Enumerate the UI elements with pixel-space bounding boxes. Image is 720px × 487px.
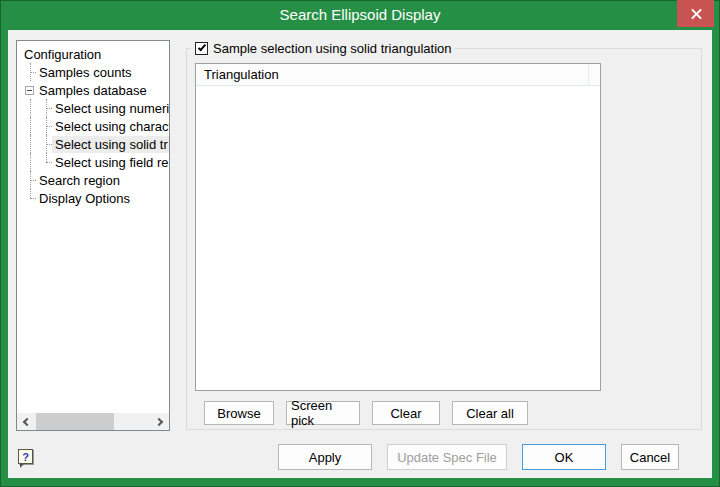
cancel-button[interactable]: Cancel	[621, 444, 679, 470]
tree-item-label: Search region	[36, 172, 123, 189]
browse-button[interactable]: Browse	[204, 401, 274, 425]
checkbox-checked-icon[interactable]	[195, 42, 208, 55]
triangulation-groupbox: Sample selection using solid triangulati…	[186, 48, 702, 430]
tree-item-samples-counts[interactable]: Samples counts	[17, 63, 169, 81]
tree-item-select-using-numeric[interactable]: Select using numeri	[17, 99, 169, 117]
clear-all-button[interactable]: Clear all	[452, 401, 528, 425]
tree-item-label: Configuration	[21, 46, 104, 63]
sample-selection-checkbox-row[interactable]: Sample selection using solid triangulati…	[191, 39, 455, 57]
tree-item-label-selected: Select using solid tr	[52, 136, 169, 153]
title-bar: Search Ellipsoid Display	[0, 0, 720, 30]
scroll-left-button[interactable]	[17, 413, 34, 430]
triangulation-column-header[interactable]: Triangulation	[196, 64, 600, 86]
tree-connector	[25, 63, 36, 81]
help-question-glyph: ?	[22, 451, 29, 463]
screen-pick-button[interactable]: Screen pick	[286, 401, 360, 425]
tree-item-label: Display Options	[36, 190, 133, 207]
tree-horizontal-scrollbar[interactable]	[17, 413, 169, 430]
tree-item-label: Samples database	[36, 82, 150, 99]
configuration-tree: Configuration Samples counts Samples dat…	[17, 45, 169, 207]
triangulation-list-body[interactable]	[196, 86, 600, 390]
tree-item-display-options[interactable]: Display Options	[17, 189, 169, 207]
tree-connector	[25, 99, 36, 117]
column-header-label: Triangulation	[204, 67, 279, 82]
tree-connector	[25, 117, 36, 135]
column-separator	[588, 64, 589, 85]
ok-button[interactable]: OK	[522, 444, 606, 470]
tree-item-label: Select using numeri	[52, 100, 169, 117]
tree-connector	[25, 189, 36, 207]
tree-connector	[25, 135, 36, 153]
tree-item-configuration[interactable]: Configuration	[17, 45, 169, 63]
checkbox-label: Sample selection using solid triangulati…	[213, 41, 451, 56]
tree-item-label: Select using charact	[52, 118, 169, 135]
footer-buttons: Apply Update Spec File OK Cancel	[278, 444, 679, 470]
collapse-expander-icon[interactable]	[25, 86, 34, 95]
close-button[interactable]	[677, 0, 714, 27]
window-title: Search Ellipsoid Display	[0, 0, 720, 29]
close-icon	[690, 8, 701, 19]
tree-connector	[41, 153, 52, 171]
tree-item-select-using-character[interactable]: Select using charact	[17, 117, 169, 135]
tree-item-label: Samples counts	[36, 64, 135, 81]
tree-connector	[41, 117, 52, 135]
clear-button[interactable]: Clear	[372, 401, 440, 425]
tree-item-search-region[interactable]: Search region	[17, 171, 169, 189]
triangulation-list: Triangulation	[195, 63, 601, 391]
configuration-tree-panel: Configuration Samples counts Samples dat…	[16, 40, 170, 431]
chevron-left-icon	[23, 417, 31, 425]
apply-button[interactable]: Apply	[278, 444, 372, 470]
chevron-right-icon	[155, 417, 163, 425]
scroll-right-button[interactable]	[152, 413, 169, 430]
tree-connector	[25, 153, 36, 171]
checkmark-icon	[197, 42, 205, 51]
update-spec-file-button: Update Spec File	[387, 444, 507, 470]
help-icon[interactable]: ?	[18, 449, 33, 464]
tree-connector	[41, 99, 52, 117]
tree-item-label: Select using field re	[52, 154, 169, 171]
tree-item-select-using-field-record[interactable]: Select using field re	[17, 153, 169, 171]
dialog-client-area: Configuration Samples counts Samples dat…	[8, 30, 712, 478]
tree-item-select-using-solid-triangulation[interactable]: Select using solid tr	[17, 135, 169, 153]
scrollbar-thumb[interactable]	[36, 413, 114, 430]
tree-connector	[41, 135, 52, 153]
tree-item-samples-database[interactable]: Samples database	[17, 81, 169, 99]
dialog-window: Search Ellipsoid Display Configuration S…	[0, 0, 720, 487]
list-action-buttons: Browse Screen pick Clear Clear all	[204, 401, 528, 425]
tree-connector	[25, 171, 36, 189]
